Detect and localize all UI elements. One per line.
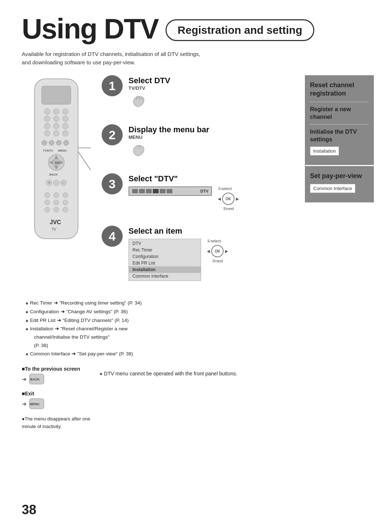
svg-point-9 bbox=[53, 123, 59, 129]
screen-icon-4 bbox=[153, 189, 159, 193]
ok-btn-3[interactable]: OK bbox=[222, 193, 234, 205]
sidebar-installation-box: Installation bbox=[310, 146, 339, 156]
step-1-details: Select DTV TV/DTV bbox=[128, 75, 170, 110]
screen-icon-5 bbox=[160, 189, 166, 193]
back-title: ■To the previous screen bbox=[22, 366, 91, 372]
remote-control-area: TV/DTV MENU OK BACK bbox=[22, 75, 94, 295]
bullet-4: ● bbox=[25, 325, 28, 350]
step-4-details: Select an item DTV Rec Timer Configurati… bbox=[128, 226, 228, 281]
svg-text:TV/DTV: TV/DTV bbox=[43, 149, 53, 152]
step-3-next-label: ②next bbox=[218, 206, 239, 211]
svg-point-40 bbox=[54, 207, 59, 212]
svg-text:+: + bbox=[48, 180, 50, 185]
dtv-note: ● DTV menu cannot be operated with the f… bbox=[99, 370, 237, 431]
svg-text:MENU: MENU bbox=[58, 149, 67, 152]
back-item: ■To the previous screen ➜ BACK bbox=[22, 366, 91, 385]
menu-disappears-note: ●The menu disappears after one minute of… bbox=[22, 415, 91, 431]
svg-point-3 bbox=[53, 109, 59, 114]
step-4-select-label: ①select bbox=[207, 239, 221, 243]
step-4-ok-row: ◀ OK ▶ bbox=[207, 245, 228, 257]
screen-icon-1 bbox=[132, 189, 138, 193]
svg-text:−: − bbox=[62, 180, 65, 185]
step-1-label: TV/DTV bbox=[128, 85, 170, 91]
step-2-label: MENU bbox=[128, 134, 209, 140]
left-arrow-icon: ◀ bbox=[218, 197, 221, 201]
sidebar-initialise-heading: Initialise the DTV settings bbox=[310, 128, 369, 144]
svg-point-2 bbox=[44, 109, 50, 114]
screen-icon-2 bbox=[139, 189, 145, 193]
step-3-circle: 3 bbox=[102, 173, 123, 194]
sidebar-ci-box: Common Interface bbox=[310, 184, 355, 193]
step-4-circle: 4 bbox=[102, 226, 123, 247]
page-header: Using DTV Registration and setting bbox=[22, 15, 374, 43]
exit-item: ■Exit ➜ MENU bbox=[22, 391, 91, 410]
svg-point-13 bbox=[62, 130, 68, 136]
screen-icon-3 bbox=[146, 189, 152, 193]
sidebar-reset-heading: Reset channel registration bbox=[310, 81, 369, 98]
menu-row-edit: Edit PR List bbox=[129, 260, 201, 266]
menu-row-installation: Installation bbox=[129, 266, 201, 273]
step-4-next-label: ②next bbox=[212, 259, 223, 263]
notes-block: ● Rec Timer ➜ "Recording using timer set… bbox=[25, 299, 298, 359]
ok-btn-4[interactable]: OK bbox=[211, 245, 224, 257]
svg-point-10 bbox=[62, 123, 68, 129]
svg-point-39 bbox=[45, 207, 50, 212]
back-button-svg: BACK bbox=[29, 373, 45, 385]
svg-point-32 bbox=[53, 180, 59, 186]
svg-rect-1 bbox=[42, 86, 71, 104]
sidebar-bottom: Set pay-per-view Common Interface bbox=[305, 165, 374, 202]
step-3: 3 Select "DTV" bbox=[102, 173, 298, 211]
exit-arrow-icon: ➜ bbox=[22, 400, 26, 407]
screen-dtv-label: DTV bbox=[200, 189, 208, 193]
left-arrow-4-icon: ◀ bbox=[207, 249, 210, 254]
step-2-circle: 2 bbox=[102, 124, 123, 145]
menu-button-svg: MENU bbox=[29, 398, 45, 410]
svg-point-14 bbox=[42, 140, 47, 145]
exit-title: ■Exit bbox=[22, 391, 91, 396]
svg-point-7 bbox=[62, 116, 68, 122]
screen-icons bbox=[132, 189, 172, 193]
right-arrow-icon: ▶ bbox=[236, 197, 239, 201]
menu-row-dtv: DTV bbox=[129, 240, 201, 247]
step-3-select-label: ①select bbox=[218, 186, 239, 191]
step-3-title: Select "DTV" bbox=[128, 174, 239, 184]
menu-row-config: Configuration bbox=[129, 253, 201, 260]
note-3: ● Edit PR List ➜ "Editing DTV channels" … bbox=[25, 317, 298, 325]
step-1: 1 Select DTV TV/DTV bbox=[102, 75, 298, 110]
left-section: TV/DTV MENU OK BACK bbox=[22, 75, 298, 431]
note-5: ● Common Interface ➜ "Set pay-per-view" … bbox=[25, 350, 298, 359]
step-2-title: Display the menu bar bbox=[128, 125, 209, 134]
step-2: 2 Display the menu bar MENU bbox=[102, 124, 298, 159]
back-arrow-icon: ➜ bbox=[22, 376, 26, 383]
step-3-details: Select "DTV" bbox=[128, 173, 239, 211]
steps-remote-area: TV/DTV MENU OK BACK bbox=[22, 75, 298, 295]
svg-point-16 bbox=[56, 140, 61, 145]
remote-svg: TV/DTV MENU OK BACK bbox=[22, 75, 91, 264]
note-1: ● Rec Timer ➜ "Recording using timer set… bbox=[25, 299, 298, 308]
step-1-title: Select DTV bbox=[128, 76, 170, 85]
sidebar-divider-1 bbox=[310, 102, 369, 102]
bullet-2: ● bbox=[25, 308, 28, 317]
svg-point-33 bbox=[45, 193, 50, 198]
page-title-badge: Registration and setting bbox=[166, 19, 314, 41]
page-title-large: Using DTV bbox=[22, 15, 158, 43]
svg-text:JVC: JVC bbox=[50, 219, 61, 225]
dtv-screen-display: DTV bbox=[128, 186, 212, 196]
svg-text:OK: OK bbox=[55, 161, 60, 165]
svg-point-4 bbox=[62, 109, 68, 114]
screen-icon-dtv bbox=[167, 189, 172, 193]
svg-text:MENU: MENU bbox=[30, 402, 40, 406]
sidebar-register-heading: Register a new channel bbox=[310, 106, 369, 121]
step-3-nav: ①select ◀ OK ▶ ②next bbox=[218, 186, 239, 211]
step-2-details: Display the menu bar MENU bbox=[128, 124, 209, 159]
menu-row-ci: Common Interface bbox=[129, 273, 201, 279]
note-4: ● Installation ➜ "Reset channel/Register… bbox=[25, 325, 298, 350]
left-bottom-notes: ■To the previous screen ➜ BACK ■Exit bbox=[22, 366, 298, 431]
svg-text:BACK: BACK bbox=[49, 173, 58, 176]
svg-point-8 bbox=[44, 123, 50, 129]
hand-icon-1 bbox=[128, 94, 150, 108]
bullet-1: ● bbox=[25, 299, 28, 308]
step-1-circle: 1 bbox=[102, 75, 123, 96]
step-4-title: Select an item bbox=[128, 226, 228, 236]
sidebar-divider-2 bbox=[310, 124, 369, 125]
